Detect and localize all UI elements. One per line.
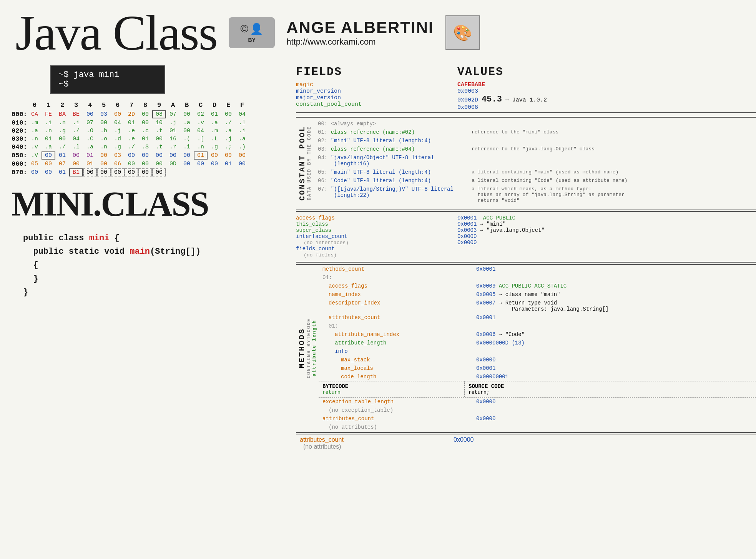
bottom-left: attributes_count (no attributes) [300,436,446,450]
hex-row-070: 070: 00 00 01 B1 00 00 00 00 00 00 [12,168,273,176]
flag-no-ifaces: (no interfaces) [296,240,457,246]
author-url: http://www.corkami.com [286,37,434,47]
after-bytecode: exception_table_length 0x0000 (no except… [319,397,756,431]
fields-names: magic minor_version major_version consta… [296,82,457,111]
source-title: SOURCE CODE [469,383,752,389]
cc-badge: © 👤 BY [229,17,275,48]
divider-1 [296,112,756,113]
bytecode-title: BYTECODE [322,383,460,389]
flag-super: super_class [296,227,457,233]
methods-content: methods_count 0x0001 01: [319,265,756,431]
mrow-desc-idx: descriptor_index 0x0007 → Return type vo… [319,299,756,313]
hex-row-060: 060: 05 00 07 00 01 00 06 00 00 00 0D 00… [12,160,273,168]
pool-label: CONSTANT POOL [298,126,307,201]
values-col-header: VALUES [457,65,756,78]
flag-this: this_class [296,221,457,227]
bottom-sub: (no attributes) [300,443,341,450]
flagval-super: 0x0003 → "java.lang.Object" [457,227,756,233]
divider-2 [296,210,756,210]
pool-entry-04: 04: "java/lang/Object" UTF-8 literal (le… [318,155,752,167]
hex-row-010: 010: .m .i .n .i 07 00 04 01 00 10 .j .a… [12,119,273,126]
mrow-01-sub: 01: [319,322,756,330]
flags-values: 0x0001 ACC_PUBLIC 0x0001 → "mini" 0x0003… [457,215,756,258]
flag-no-fields: (no fields) [296,252,457,258]
mrow-no-attrs2: (no attributes) [319,423,756,431]
methods-sub-label: CONTAINS BYTECODE [306,318,312,378]
hex-row-000: 000: CA FE BA BE 00 03 00 2D 00 08 07 00… [12,110,273,118]
pool-rotated-label: CONSTANT POOL DATA USED BY THE CODE [296,118,314,209]
hex-section: 0 1 2 3 4 5 6 7 8 9 A B C D E F 000: CA [12,101,273,176]
person-icon: 👤 [250,23,263,35]
page-title: Java Class [15,8,217,58]
code-line4: } [23,272,273,286]
cc-icons: © 👤 [240,23,263,35]
fields-values-rows: magic minor_version major_version consta… [296,82,756,111]
flagval-this: 0x0001 → "mini" [457,221,756,227]
divider-3 [296,262,756,263]
flags-fields: access_flags this_class super_class inte… [296,215,457,258]
author-avatar: 🎨 [445,15,480,50]
code-block: public class mini { public static void m… [23,231,273,299]
pool-entry-06: 06: "Code" UTF-8 literal (length:4) a li… [318,178,752,184]
bottom-attrs: attributes_count (no attributes) 0x0000 [296,434,756,452]
mrow-exc-len: exception_table_length 0x0000 [319,398,756,406]
field-minor: minor_version [296,88,457,95]
flagval-ifaces: 0x0000 [457,233,756,240]
mrow-access: access_flags 0x0009 ACC_PUBLIC ACC_STATI… [319,282,756,290]
code-line3: { [23,258,273,272]
val-magic: CAFEBABE [457,82,756,88]
source-return: return; [469,389,752,395]
cc-by-label: BY [248,37,255,43]
author-name: ANGE ALBERTINI [286,18,434,37]
mrow-attr-name-idx: attribute_name_index 0x0006 → "Code" [319,330,756,339]
mrow-max-locals: max_locals 0x0001 [319,364,756,373]
bytecode-return: return [322,389,460,395]
pool-content: 00: <always empty> 01: class reference (… [314,118,756,209]
code-line2: public static void main(String[]) [23,245,273,258]
hex-row-020: 020: .a .n .g ./ .O .b .j .e .c .t 01 00… [12,127,273,135]
methods-section: METHODS CONTAINS BYTECODE attribute_leng… [296,264,756,431]
code-line5: } [23,286,273,299]
mrow-count: methods_count 0x0001 [319,265,756,273]
header: Java Class © 👤 BY ANGE ALBERTINI http://… [0,0,756,62]
mrow-attrs-count2: attributes_count 0x0000 [319,414,756,423]
fields-values-header: FIELDS VALUES [296,65,756,78]
source-right: SOURCE CODE return; [465,381,756,397]
methods-main-label: METHODS [297,328,306,368]
bytecode-left: BYTECODE return [319,381,465,397]
bottom-right: 0x0000 [454,436,752,450]
flagval-fields: 0x0000 [457,240,756,246]
bottom-val: 0x0000 [454,436,474,443]
attr-length-label: attribute_length [312,320,317,376]
pool-sublabel: DATA USED BY THE CODE [307,126,312,200]
pool-entry-05: 05: "main" UTF-8 literal (length:4) a li… [318,169,752,175]
terminal-line2: ~$ [58,80,157,89]
bottom-field: attributes_count [300,436,344,443]
fields-values-data: CAFEBABE 0x0003 0x002D 45.3 → Java 1.0.2… [457,82,756,111]
cc-icon: © [240,23,248,35]
mrow-attr-count: attributes_count 0x0001 [319,313,756,322]
code-line1: public class mini { [23,231,273,245]
fields-title: FIELDS [296,65,342,78]
mrow-max-stack: max_stack 0x0000 [319,356,756,364]
constant-pool-section: CONSTANT POOL DATA USED BY THE CODE 00: … [296,117,756,209]
field-cpc: constant_pool_count [296,101,457,108]
pool-entry-03: 03: class reference (name:#04) reference… [318,146,752,152]
hex-row-030: 030: .n 01 00 04 .C .o .d .e 01 00 16 .(… [12,135,273,143]
mrow-no-exc: (no exception_table) [319,406,756,414]
hex-row-040: 040: .v .a ./ .l .a .n .g ./ .S .t .r .i… [12,143,273,151]
pool-entry-07: 07: "([Ljava/lang/String;)V" UTF-8 liter… [318,186,752,203]
val-major: 0x002D 45.3 → Java 1.0.2 [457,95,756,104]
left-panel: ~$ java mini ~$ 0 1 2 3 4 5 6 7 8 9 A B … [12,62,273,452]
field-magic: magic [296,82,457,88]
mrow-info: info [319,347,756,356]
hex-row-050: 050: .V 00 01 00 01 00 03 00 00 00 00 00… [12,151,273,160]
bytecode-section: BYTECODE return SOURCE CODE return; [319,381,756,397]
hex-header: 0 1 2 3 4 5 6 7 8 9 A B C D E F [12,101,273,109]
mrow-attr-len: attribute_length 0x0000000D (13) [319,339,756,347]
pool-entry-00: 00: <always empty> [318,121,752,127]
terminal-line1: ~$ java mini [58,70,157,80]
flag-ifaces: interfaces_count [296,233,457,240]
val-minor: 0x0003 [457,88,756,95]
mrow-01-label: 01: [319,273,756,282]
